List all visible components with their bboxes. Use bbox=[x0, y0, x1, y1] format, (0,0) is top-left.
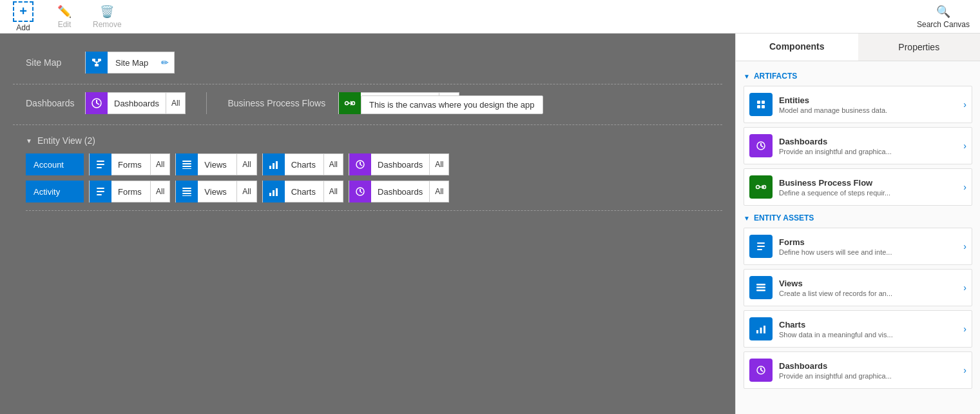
asset-block-forms[interactable]: FormsAll bbox=[89, 181, 170, 202]
asset-block-charts[interactable]: ChartsAll bbox=[262, 153, 343, 175]
svg-rect-10 bbox=[97, 161, 104, 162]
dashboards-label: Dashboards bbox=[371, 160, 429, 170]
component-item-dashboards[interactable]: Dashboards Provide an insightful and gra… bbox=[744, 127, 972, 164]
edit-label: Edit bbox=[58, 20, 72, 29]
edit-button[interactable]: ✏️ Edit bbox=[52, 5, 77, 29]
panel-content: ▼ ARTIFACTS Entities Model and manage bu… bbox=[736, 61, 980, 414]
entity-assets-header: ▼ ENTITY ASSETS bbox=[744, 213, 972, 222]
svg-rect-13 bbox=[182, 161, 191, 162]
component-item-views[interactable]: Views Create a list view of records for … bbox=[744, 269, 972, 306]
dashboards-icon bbox=[349, 153, 371, 175]
site-map-block[interactable]: Site Map ✏ bbox=[85, 52, 175, 74]
component-name: Charts bbox=[779, 320, 957, 330]
svg-rect-45 bbox=[756, 290, 765, 291]
entity-chevron-icon: ▼ bbox=[26, 137, 32, 144]
charts-label: Charts bbox=[285, 160, 323, 170]
svg-rect-24 bbox=[182, 188, 191, 189]
svg-rect-30 bbox=[276, 188, 278, 196]
add-button[interactable]: + Add bbox=[10, 1, 36, 32]
component-icon bbox=[749, 93, 773, 116]
svg-rect-43 bbox=[756, 284, 765, 286]
component-item-entities[interactable]: Entities Model and manage business data.… bbox=[744, 86, 972, 123]
artifacts-chevron-icon: ▼ bbox=[744, 73, 750, 80]
component-name: Views bbox=[779, 279, 957, 288]
views-icon bbox=[176, 181, 198, 202]
component-name: Business Process Flow bbox=[779, 178, 957, 188]
search-canvas-label: Search Canvas bbox=[917, 20, 970, 29]
component-info: Dashboards Provide an insightful and gra… bbox=[779, 361, 957, 380]
component-chevron-icon: › bbox=[963, 99, 966, 110]
dashboards-label: Dashboards bbox=[26, 98, 77, 108]
component-name: Entities bbox=[779, 95, 957, 105]
dashboards-text: Dashboards bbox=[108, 99, 166, 108]
entity-assets-chevron-icon: ▼ bbox=[744, 215, 750, 222]
charts-icon bbox=[263, 153, 285, 175]
dashboards-icon bbox=[86, 92, 108, 114]
edit-icon: ✏️ bbox=[57, 5, 72, 19]
forms-all[interactable]: All bbox=[150, 154, 169, 175]
dashboards-all[interactable]: All bbox=[429, 154, 448, 175]
asset-block-views[interactable]: ViewsAll bbox=[175, 181, 256, 202]
svg-rect-42 bbox=[757, 249, 762, 250]
views-icon bbox=[176, 153, 198, 175]
charts-all[interactable]: All bbox=[323, 181, 343, 202]
svg-rect-11 bbox=[97, 164, 104, 165]
views-label: Views bbox=[198, 187, 236, 197]
dashboards-icon bbox=[349, 181, 371, 202]
asset-block-dashboards[interactable]: DashboardsAll bbox=[349, 153, 449, 175]
forms-label: Forms bbox=[111, 187, 150, 197]
asset-block-views[interactable]: ViewsAll bbox=[175, 153, 256, 175]
dashboards-block[interactable]: Dashboards All bbox=[85, 92, 186, 114]
tab-components[interactable]: Components bbox=[736, 34, 858, 61]
svg-rect-25 bbox=[182, 190, 191, 192]
asset-block-charts[interactable]: ChartsAll bbox=[262, 181, 343, 202]
charts-all[interactable]: All bbox=[323, 154, 343, 175]
component-icon bbox=[749, 134, 773, 157]
site-map-row: Site Map Site Map ✏ bbox=[13, 44, 722, 84]
component-item-dashboards[interactable]: Dashboards Provide an insightful and gra… bbox=[744, 351, 972, 389]
entity-name-account[interactable]: Account bbox=[26, 153, 84, 175]
component-icon bbox=[749, 276, 773, 299]
entity-row: ActivityFormsAllViewsAllChartsAllDashboa… bbox=[26, 181, 722, 202]
component-icon bbox=[749, 235, 773, 258]
dashboards-label: Dashboards bbox=[371, 187, 429, 197]
search-canvas-button[interactable]: 🔍 Search Canvas bbox=[917, 5, 970, 29]
component-name: Dashboards bbox=[779, 361, 957, 371]
asset-block-forms[interactable]: FormsAll bbox=[89, 153, 170, 175]
bpf-icon bbox=[339, 92, 361, 114]
component-item-business-process-flow[interactable]: Business Process Flow Define a sequence … bbox=[744, 168, 972, 206]
panel-tabs: Components Properties bbox=[736, 34, 980, 61]
svg-rect-1 bbox=[98, 59, 101, 61]
svg-rect-33 bbox=[762, 101, 765, 104]
entity-assets-label: ENTITY ASSETS bbox=[754, 213, 814, 222]
component-chevron-icon: › bbox=[963, 141, 966, 151]
dashboards-all[interactable]: All bbox=[166, 93, 185, 113]
svg-rect-27 bbox=[182, 195, 191, 196]
component-info: Charts Show data in a meaningful and vis… bbox=[779, 320, 957, 339]
forms-all[interactable]: All bbox=[150, 181, 169, 202]
charts-icon bbox=[263, 181, 285, 202]
forms-icon bbox=[90, 153, 111, 175]
svg-rect-16 bbox=[182, 168, 191, 169]
svg-rect-26 bbox=[182, 193, 191, 194]
component-desc: Provide an insightful and graphica... bbox=[779, 148, 957, 155]
views-all[interactable]: All bbox=[236, 154, 256, 175]
component-desc: Define a sequence of steps requir... bbox=[779, 189, 957, 197]
tab-properties[interactable]: Properties bbox=[858, 34, 981, 61]
remove-button[interactable]: 🗑️ Remove bbox=[93, 5, 122, 29]
entity-name-activity[interactable]: Activity bbox=[26, 181, 84, 202]
component-item-forms[interactable]: Forms Define how users will see and inte… bbox=[744, 228, 972, 265]
svg-point-37 bbox=[756, 186, 760, 189]
site-map-text: Site Map bbox=[108, 58, 156, 68]
svg-rect-34 bbox=[757, 105, 760, 108]
component-item-charts[interactable]: Charts Show data in a meaningful and vis… bbox=[744, 310, 972, 348]
entity-row: AccountFormsAllViewsAllChartsAllDashboar… bbox=[26, 153, 722, 175]
entity-view-header: ▼ Entity View (2) bbox=[26, 130, 722, 153]
views-all[interactable]: All bbox=[236, 181, 256, 202]
views-label: Views bbox=[198, 160, 236, 170]
asset-block-dashboards[interactable]: DashboardsAll bbox=[349, 181, 449, 202]
site-map-edit-icon[interactable]: ✏ bbox=[156, 57, 174, 68]
dashboards-all[interactable]: All bbox=[429, 181, 448, 202]
svg-point-7 bbox=[345, 102, 349, 105]
row-divider bbox=[206, 92, 207, 114]
